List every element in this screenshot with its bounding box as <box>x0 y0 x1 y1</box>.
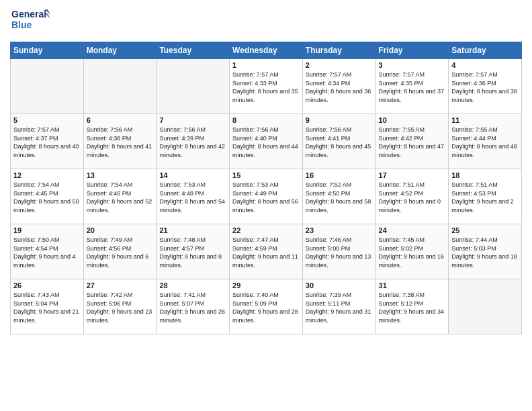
day-info: Sunrise: 7:57 AM Sunset: 4:37 PM Dayligh… <box>13 126 81 159</box>
day-cell: 24Sunrise: 7:45 AM Sunset: 5:02 PM Dayli… <box>375 224 449 279</box>
day-cell: 15Sunrise: 7:53 AM Sunset: 4:49 PM Dayli… <box>230 169 303 224</box>
day-number: 1 <box>232 61 300 69</box>
day-number: 13 <box>87 171 154 179</box>
day-info: Sunrise: 7:55 AM Sunset: 4:42 PM Dayligh… <box>379 126 446 159</box>
day-cell: 27Sunrise: 7:42 AM Sunset: 5:06 PM Dayli… <box>83 279 157 334</box>
day-cell: 26Sunrise: 7:43 AM Sunset: 5:04 PM Dayli… <box>11 279 84 334</box>
day-info: Sunrise: 7:53 AM Sunset: 4:49 PM Dayligh… <box>232 181 300 214</box>
svg-text:General: General <box>11 9 46 19</box>
day-cell: 4Sunrise: 7:57 AM Sunset: 4:36 PM Daylig… <box>449 59 522 114</box>
day-cell <box>83 59 157 114</box>
day-info: Sunrise: 7:56 AM Sunset: 4:41 PM Dayligh… <box>306 126 373 159</box>
day-cell: 30Sunrise: 7:39 AM Sunset: 5:11 PM Dayli… <box>302 279 375 334</box>
day-info: Sunrise: 7:45 AM Sunset: 5:02 PM Dayligh… <box>379 236 446 269</box>
day-cell: 19Sunrise: 7:50 AM Sunset: 4:54 PM Dayli… <box>11 224 84 279</box>
day-number: 19 <box>13 226 81 234</box>
week-row-2: 5Sunrise: 7:57 AM Sunset: 4:37 PM Daylig… <box>11 114 522 169</box>
day-cell: 7Sunrise: 7:56 AM Sunset: 4:39 PM Daylig… <box>157 114 230 169</box>
day-cell <box>157 59 230 114</box>
day-number: 8 <box>232 116 300 124</box>
day-number: 24 <box>379 226 446 234</box>
day-number: 18 <box>451 171 519 179</box>
day-number: 17 <box>379 171 446 179</box>
day-cell: 3Sunrise: 7:57 AM Sunset: 4:35 PM Daylig… <box>375 59 449 114</box>
day-number: 2 <box>306 61 373 69</box>
col-header-sunday: Sunday <box>11 42 84 59</box>
day-number: 3 <box>379 61 446 69</box>
day-number: 29 <box>232 281 300 289</box>
day-info: Sunrise: 7:57 AM Sunset: 4:33 PM Dayligh… <box>232 71 300 104</box>
day-cell: 28Sunrise: 7:41 AM Sunset: 5:07 PM Dayli… <box>157 279 230 334</box>
day-number: 31 <box>379 281 446 289</box>
calendar: SundayMondayTuesdayWednesdayThursdayFrid… <box>10 42 522 334</box>
day-number: 10 <box>379 116 446 124</box>
day-number: 21 <box>159 226 226 234</box>
col-header-thursday: Thursday <box>302 42 375 59</box>
col-header-tuesday: Tuesday <box>157 42 230 59</box>
svg-text:Blue: Blue <box>11 19 32 30</box>
week-row-5: 26Sunrise: 7:43 AM Sunset: 5:04 PM Dayli… <box>11 279 522 334</box>
day-number: 12 <box>13 171 81 179</box>
logo: General Blue <box>10 7 50 36</box>
day-cell: 20Sunrise: 7:49 AM Sunset: 4:56 PM Dayli… <box>83 224 157 279</box>
day-info: Sunrise: 7:49 AM Sunset: 4:56 PM Dayligh… <box>87 236 154 269</box>
day-info: Sunrise: 7:54 AM Sunset: 4:45 PM Dayligh… <box>13 181 81 214</box>
day-info: Sunrise: 7:42 AM Sunset: 5:06 PM Dayligh… <box>87 291 154 324</box>
day-number: 6 <box>87 116 154 124</box>
day-cell: 18Sunrise: 7:51 AM Sunset: 4:53 PM Dayli… <box>449 169 522 224</box>
day-cell: 1Sunrise: 7:57 AM Sunset: 4:33 PM Daylig… <box>230 59 303 114</box>
day-cell: 9Sunrise: 7:56 AM Sunset: 4:41 PM Daylig… <box>302 114 375 169</box>
day-number: 22 <box>232 226 300 234</box>
day-cell: 17Sunrise: 7:51 AM Sunset: 4:52 PM Dayli… <box>375 169 449 224</box>
day-info: Sunrise: 7:39 AM Sunset: 5:11 PM Dayligh… <box>306 291 373 324</box>
day-cell: 8Sunrise: 7:56 AM Sunset: 4:40 PM Daylig… <box>230 114 303 169</box>
day-number: 7 <box>159 116 226 124</box>
day-cell: 16Sunrise: 7:52 AM Sunset: 4:50 PM Dayli… <box>302 169 375 224</box>
day-number: 9 <box>306 116 373 124</box>
day-cell <box>449 279 522 334</box>
day-cell: 5Sunrise: 7:57 AM Sunset: 4:37 PM Daylig… <box>11 114 84 169</box>
day-cell: 2Sunrise: 7:57 AM Sunset: 4:34 PM Daylig… <box>302 59 375 114</box>
day-info: Sunrise: 7:53 AM Sunset: 4:48 PM Dayligh… <box>159 181 226 214</box>
day-cell: 10Sunrise: 7:55 AM Sunset: 4:42 PM Dayli… <box>375 114 449 169</box>
day-info: Sunrise: 7:57 AM Sunset: 4:35 PM Dayligh… <box>379 71 446 104</box>
day-number: 16 <box>306 171 373 179</box>
day-info: Sunrise: 7:47 AM Sunset: 4:59 PM Dayligh… <box>232 236 300 269</box>
day-number: 27 <box>87 281 154 289</box>
day-info: Sunrise: 7:52 AM Sunset: 4:50 PM Dayligh… <box>306 181 373 214</box>
day-number: 28 <box>159 281 226 289</box>
day-info: Sunrise: 7:56 AM Sunset: 4:39 PM Dayligh… <box>159 126 226 159</box>
day-number: 14 <box>159 171 226 179</box>
day-number: 11 <box>451 116 519 124</box>
day-info: Sunrise: 7:56 AM Sunset: 4:40 PM Dayligh… <box>232 126 300 159</box>
col-header-friday: Friday <box>375 42 449 59</box>
week-row-4: 19Sunrise: 7:50 AM Sunset: 4:54 PM Dayli… <box>11 224 522 279</box>
day-info: Sunrise: 7:44 AM Sunset: 5:03 PM Dayligh… <box>451 236 519 269</box>
day-info: Sunrise: 7:56 AM Sunset: 4:38 PM Dayligh… <box>87 126 154 159</box>
day-cell <box>11 59 84 114</box>
day-info: Sunrise: 7:46 AM Sunset: 5:00 PM Dayligh… <box>306 236 373 269</box>
day-info: Sunrise: 7:40 AM Sunset: 5:09 PM Dayligh… <box>232 291 300 324</box>
calendar-header-row: SundayMondayTuesdayWednesdayThursdayFrid… <box>11 42 522 59</box>
day-number: 26 <box>13 281 81 289</box>
day-cell: 22Sunrise: 7:47 AM Sunset: 4:59 PM Dayli… <box>230 224 303 279</box>
day-cell: 23Sunrise: 7:46 AM Sunset: 5:00 PM Dayli… <box>302 224 375 279</box>
day-cell: 21Sunrise: 7:48 AM Sunset: 4:57 PM Dayli… <box>157 224 230 279</box>
day-info: Sunrise: 7:50 AM Sunset: 4:54 PM Dayligh… <box>13 236 81 269</box>
day-cell: 6Sunrise: 7:56 AM Sunset: 4:38 PM Daylig… <box>83 114 157 169</box>
logo-svg: General Blue <box>10 7 50 36</box>
day-cell: 29Sunrise: 7:40 AM Sunset: 5:09 PM Dayli… <box>230 279 303 334</box>
col-header-monday: Monday <box>83 42 157 59</box>
day-number: 30 <box>306 281 373 289</box>
page: General Blue SundayMondayTuesdayWednesda… <box>0 0 532 411</box>
day-info: Sunrise: 7:57 AM Sunset: 4:36 PM Dayligh… <box>451 71 519 104</box>
day-cell: 14Sunrise: 7:53 AM Sunset: 4:48 PM Dayli… <box>157 169 230 224</box>
day-info: Sunrise: 7:41 AM Sunset: 5:07 PM Dayligh… <box>159 291 226 324</box>
day-info: Sunrise: 7:51 AM Sunset: 4:52 PM Dayligh… <box>379 181 446 214</box>
day-number: 23 <box>306 226 373 234</box>
day-number: 15 <box>232 171 300 179</box>
week-row-1: 1Sunrise: 7:57 AM Sunset: 4:33 PM Daylig… <box>11 59 522 114</box>
day-cell: 11Sunrise: 7:55 AM Sunset: 4:44 PM Dayli… <box>449 114 522 169</box>
day-number: 5 <box>13 116 81 124</box>
day-info: Sunrise: 7:51 AM Sunset: 4:53 PM Dayligh… <box>451 181 519 214</box>
